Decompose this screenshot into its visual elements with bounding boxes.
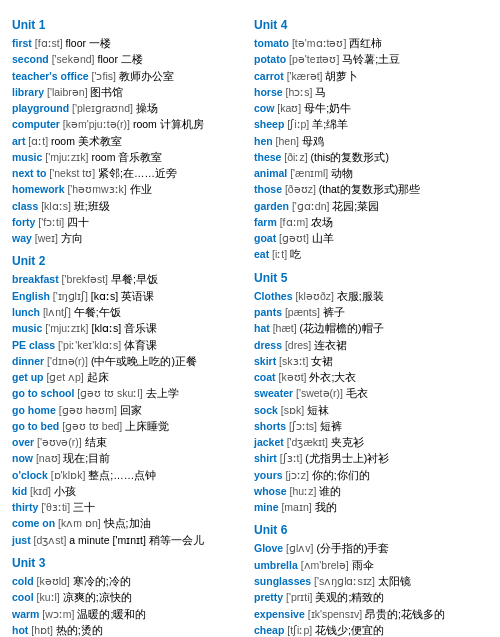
entry-word: whose [254,485,287,497]
entry-phonetic: [naʊ] [33,452,60,464]
entry-phonetic: [sɒk] [278,404,304,416]
entry-word: teacher's office [12,70,89,82]
entry-word: now [12,452,33,464]
entry-word: get up [12,371,44,383]
entry-word: shirt [254,452,277,464]
entry-zh: 午餐;午饭 [71,306,121,318]
entry-word: second [12,53,49,65]
unit-title-1: Unit 2 [12,254,246,268]
entry-zh: 班;班级 [71,200,110,212]
entry-word: go home [12,404,56,416]
entry-phonetic: [pænts] [282,306,320,318]
entry-word: just [12,534,31,546]
entry-phonetic: [klɑːs] [38,200,71,212]
entry-zh: 夹克衫 [328,436,364,448]
entry-phonetic: ['həʊmwɜːk] [65,183,127,195]
entry-0-12: way [weɪ] 方向 [12,230,246,246]
entry-phonetic: [wɔːm] [39,608,74,620]
entry-zh: room 美术教室 [48,135,122,147]
entry-word: way [12,232,32,244]
entry-phonetic: ['sekənd] [49,53,95,65]
entry-word: cold [12,575,34,587]
entry-word: farm [254,216,277,228]
entry-zh: room 计算机房 [130,118,204,130]
entry-word: hot [12,624,28,636]
entry-zh: (中午或晚上吃的)正餐 [88,355,197,367]
entry-1-12: o'clock [ɒ'klɒk] 整点;……点钟 [12,467,246,483]
entry-word: Glove [254,542,283,554]
entry-zh: 快点;加油 [101,517,151,529]
entry-phonetic: [kɪd] [27,485,51,497]
entry-zh: 作业 [127,183,152,195]
entry-phonetic: [kuːl] [34,591,60,603]
unit-title-1: Unit 5 [254,271,488,285]
main-content: Unit 1first [fɑːst] floor 一楼second ['sek… [12,10,488,637]
entry-1-4: skirt [skɜːt] 女裙 [254,353,488,369]
entry-2-1: cool [kuːl] 凉爽的;凉快的 [12,589,246,605]
entry-word: hen [254,135,273,147]
entry-0-3: library ['laibrən] 图书馆 [12,84,246,100]
entry-phonetic: ['ɡɑːdn] [289,200,329,212]
entry-zh: 短袜 [304,404,329,416]
entry-zh: 上床睡觉 [122,420,169,432]
entry-phonetic: [ɡəʊt] [276,232,309,244]
entry-word: music [12,322,42,334]
entry-1-15: come on [kʌm ɒn] 快点;加油 [12,515,246,531]
entry-word: carrot [254,70,284,82]
entry-zh: 图书馆 [88,86,124,98]
entry-zh: 现在;目前 [60,452,110,464]
entry-zh: (尤指男士上)衬衫 [302,452,389,464]
entry-zh: 马铃薯;土豆 [339,53,400,65]
unit-title-2: Unit 6 [254,523,488,537]
entry-1-2: hat [hæt] (花边帽檐的)帽子 [254,320,488,336]
entry-phonetic: [dʒʌst] [31,534,67,546]
entry-word: shorts [254,420,286,432]
entry-2-0: Glove [ɡlʌv] (分手指的)手套 [254,540,488,556]
entry-word: thirty [12,501,38,513]
entry-phonetic: ['dʒækɪt] [284,436,328,448]
entry-zh: 花园;菜园 [329,200,379,212]
entry-phonetic: [ɡəʊ tʊ bed] [59,420,122,432]
entry-2-0: cold [kəʊld] 寒冷的;冷的 [12,573,246,589]
entry-zh: 温暖的;暖和的 [75,608,147,620]
entry-phonetic: [ɒ'klɒk] [48,469,86,481]
entry-phonetic: [skɜːt] [276,355,308,367]
entry-zh: 裤子 [320,306,345,318]
entry-phonetic: [ɑːt] [25,135,48,147]
entry-0-0: first [fɑːst] floor 一楼 [12,35,246,51]
unit-title-2: Unit 3 [12,556,246,570]
entry-zh: 体育课 [121,339,157,351]
entry-word: breakfast [12,273,59,285]
left-column: Unit 1first [fɑːst] floor 一楼second ['sek… [12,10,246,637]
entry-phonetic: [hɔːs] [283,86,313,98]
entry-0-2: carrot ['kærət] 胡萝卜 [254,68,488,84]
entry-zh: [klɑːs] 音乐课 [89,322,158,334]
entry-zh: 教师办公室 [116,70,174,82]
entry-word: dinner [12,355,44,367]
entry-word: yours [254,469,283,481]
entry-phonetic: [jɔːz] [283,469,309,481]
entry-1-16: just [dʒʌst] a minute ['mɪnɪt] 稍等一会儿 [12,532,246,548]
entry-1-5: dinner ['dɪnə(r)] (中午或晚上吃的)正餐 [12,353,246,369]
entry-zh: 花钱少;便宜的 [312,624,384,636]
entry-0-7: these [ðiːz] (this的复数形式) [254,149,488,165]
right-column: Unit 4tomato [tə'mɑːtəʊ] 西红柿potato [pə't… [254,10,488,637]
entry-phonetic: ['pleɪɡraʊnd] [69,102,133,114]
entry-zh: a minute ['mɪnɪt] 稍等一会儿 [66,534,203,546]
entry-zh: 紧邻;在……近旁 [95,167,177,179]
entry-zh: 早餐;早饭 [108,273,158,285]
entry-zh: 太阳镜 [375,575,411,587]
entry-0-11: farm [fɑːm] 农场 [254,214,488,230]
entry-phonetic: ['prɪti] [283,591,312,603]
entry-word: Clothes [254,290,293,302]
entry-phonetic: ['sʌŋɡlɑːsɪz] [311,575,375,587]
entry-word: those [254,183,282,195]
entry-1-3: dress [dres] 连衣裙 [254,337,488,353]
entry-word: computer [12,118,60,130]
entry-1-1: English ['ɪŋɡlɪʃ] [kɑːs] 英语课 [12,288,246,304]
entry-phonetic: ['fɔːti] [35,216,64,228]
entry-0-6: art [ɑːt] room 美术教室 [12,133,246,149]
entry-0-4: cow [kaʊ] 母牛;奶牛 [254,100,488,116]
entry-zh: 山羊 [309,232,334,244]
entry-phonetic: [dres] [282,339,311,351]
